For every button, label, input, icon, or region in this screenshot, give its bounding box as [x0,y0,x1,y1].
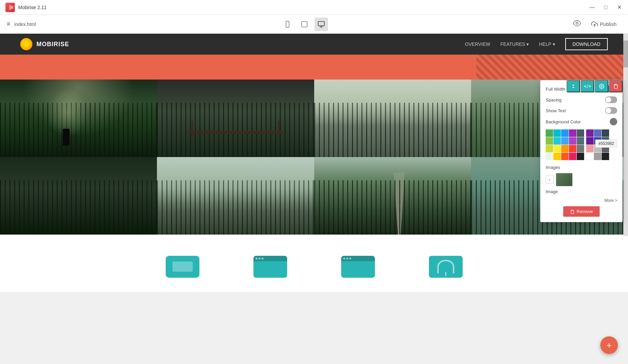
color-swatch[interactable] [561,145,569,152]
color-swatch[interactable] [594,153,601,160]
desktop-view-button[interactable] [315,18,328,31]
settings-panel: Full Width Spacing Show Text Background … [540,80,623,222]
scrollbar-thumb[interactable] [623,40,628,67]
gallery-cell-2 [157,80,314,157]
remove-label: Remove [577,209,593,214]
color-swatch[interactable] [546,137,553,145]
color-swatch[interactable] [561,137,569,145]
show-text-row: Show Text [546,107,617,114]
images-row: ‹ [546,173,617,186]
color-swatch[interactable] [546,145,553,152]
color-hex-value: #553982 [598,141,614,146]
feature-icon-1 [166,256,199,278]
tablet-view-button[interactable] [298,18,311,31]
show-text-toggle[interactable] [605,107,617,114]
toolbar-right: Publish [573,18,621,30]
color-swatch[interactable] [586,137,594,145]
image-thumbnail [556,173,573,186]
nav-overview[interactable]: OVERVIEW [465,41,490,47]
reorder-button[interactable] [567,80,580,92]
add-section-fab[interactable]: + [600,336,618,354]
gallery-cell-7 [314,157,471,235]
image-row: Image [546,189,617,194]
images-label: Images [546,165,560,170]
main-toolbar: ≡ index.html [0,15,628,34]
color-swatch[interactable] [594,129,601,137]
app-title: Mobirise 2.11 [18,5,47,10]
settings-gear-button[interactable] [595,80,608,92]
maximize-button[interactable]: □ [602,4,609,10]
color-swatch[interactable] [561,129,569,137]
minimize-button[interactable]: — [589,4,596,10]
color-swatch[interactable] [553,145,561,152]
background-color-row: Background Color [546,118,617,125]
publish-label: Publish [600,21,617,27]
svg-rect-3 [286,21,289,27]
svg-rect-7 [318,21,324,26]
gallery-cell-1 [0,80,157,157]
device-selector [281,18,328,31]
gallery-cell-3 [314,80,471,157]
site-logo-text: MOBIRISE [36,41,69,48]
color-hex-input[interactable]: #553982 [595,140,617,148]
svg-rect-2 [11,6,13,9]
color-swatch[interactable] [546,153,553,160]
spacing-toggle[interactable] [605,96,617,103]
color-swatch[interactable] [553,129,561,137]
full-width-label: Full Width [546,87,565,92]
color-swatch[interactable] [553,137,561,145]
color-swatch[interactable] [586,153,594,160]
feature-icon-3 [341,256,375,278]
svg-point-10 [576,22,578,24]
color-swatch[interactable] [569,145,576,152]
site-nav: OVERVIEW FEATURES ▾ HELP ▾ DOWNLOAD [465,38,608,50]
color-swatch[interactable] [577,153,584,160]
remove-button[interactable]: Remove [563,206,600,217]
color-swatch[interactable] [569,137,576,145]
color-palette-section: #553982 [546,129,617,160]
gallery-cell-6 [157,157,314,235]
icons-area [0,235,628,292]
color-swatch[interactable] [602,153,609,160]
color-swatch[interactable] [586,129,594,137]
site-preview: MOBIRISE OVERVIEW FEATURES ▾ HELP ▾ DOWN… [0,34,628,292]
hamburger-menu-icon[interactable]: ≡ [7,21,10,28]
toolbar-left: ≡ index.html [7,21,36,28]
publish-button[interactable]: Publish [586,18,621,30]
remove-section: Remove [546,203,617,217]
mobile-view-button[interactable] [281,18,294,31]
color-swatch[interactable] [553,153,561,160]
images-prev-button[interactable]: ‹ [546,176,554,184]
gallery-cell-5 [0,157,157,235]
banner-stripe [476,55,628,80]
titlebar-left: Mobirise 2.11 [5,3,47,12]
preview-button[interactable] [573,19,581,29]
background-color-label: Background Color [546,119,581,124]
color-swatch[interactable] [546,129,553,137]
color-swatch[interactable] [561,153,569,160]
color-swatch[interactable] [577,137,584,145]
color-swatch[interactable] [569,153,576,160]
more-link[interactable]: More > [546,198,617,203]
nav-help[interactable]: HELP ▾ [539,41,555,47]
color-swatch[interactable] [602,129,609,137]
code-editor-button[interactable]: </> [581,80,594,92]
panel-toolbar: </> [567,80,623,92]
color-swatch[interactable] [569,129,576,137]
color-swatch[interactable] [577,145,584,152]
close-button[interactable]: ✕ [616,4,623,10]
site-logo-icon [20,38,32,50]
svg-rect-0 [7,6,9,9]
nav-download-button[interactable]: DOWNLOAD [565,38,608,50]
spacing-row: Spacing [546,96,617,103]
color-swatch[interactable] [586,145,594,152]
delete-section-button[interactable] [609,80,623,92]
right-scrollbar[interactable] [623,34,628,236]
orange-banner [0,55,628,80]
color-swatch[interactable] [577,129,584,137]
show-text-label: Show Text [546,108,566,113]
nav-features[interactable]: FEATURES ▾ [500,41,529,47]
feature-icon-4 [429,256,463,278]
background-color-swatch[interactable] [610,118,617,125]
titlebar: Mobirise 2.11 — □ ✕ [0,0,628,15]
